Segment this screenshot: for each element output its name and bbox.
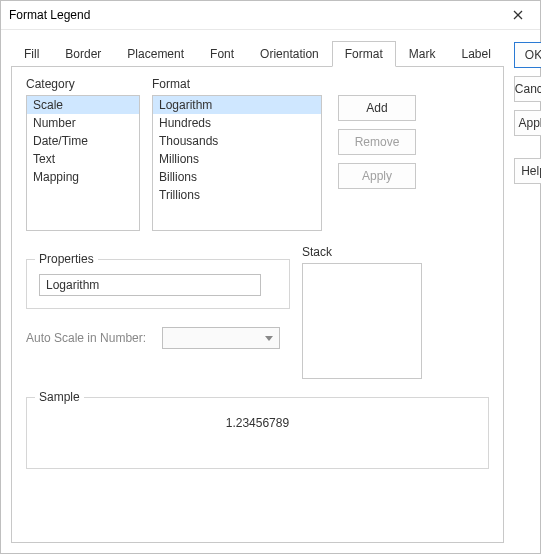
remove-button[interactable]: Remove: [338, 129, 416, 155]
ok-button[interactable]: OK: [514, 42, 541, 68]
tab-fill[interactable]: Fill: [11, 41, 52, 67]
dialog-body: Fill Border Placement Font Orientation F…: [1, 30, 540, 553]
tabstrip: Fill Border Placement Font Orientation F…: [11, 40, 504, 67]
stack-label: Stack: [302, 245, 422, 259]
format-label: Format: [152, 77, 322, 91]
spacer: [514, 144, 541, 150]
tab-border[interactable]: Border: [52, 41, 114, 67]
properties-legend: Properties: [35, 252, 98, 266]
sample-legend: Sample: [35, 390, 84, 404]
list-item[interactable]: Date/Time: [27, 132, 139, 150]
category-column: Category Scale Number Date/Time Text Map…: [26, 77, 140, 231]
list-item[interactable]: Trillions: [153, 186, 321, 204]
titlebar: Format Legend: [1, 1, 540, 30]
properties-fieldset: Properties: [26, 259, 290, 309]
help-button[interactable]: Help: [514, 158, 541, 184]
list-buttons: Add Remove Apply: [338, 77, 416, 231]
list-item[interactable]: Number: [27, 114, 139, 132]
list-item[interactable]: Scale: [27, 96, 139, 114]
apply-list-button[interactable]: Apply: [338, 163, 416, 189]
list-item[interactable]: Billions: [153, 168, 321, 186]
auto-scale-row: Auto Scale in Number:: [26, 327, 290, 349]
mid-row: Properties Auto Scale in Number: Stack: [26, 241, 489, 379]
dialog-window: Format Legend Fill Border Placement Font…: [0, 0, 541, 554]
chevron-down-icon: [265, 336, 273, 341]
category-label: Category: [26, 77, 140, 91]
mid-left: Properties Auto Scale in Number:: [26, 241, 290, 379]
category-listbox[interactable]: Scale Number Date/Time Text Mapping: [26, 95, 140, 231]
close-icon: [513, 10, 523, 20]
list-item[interactable]: Text: [27, 150, 139, 168]
close-button[interactable]: [504, 5, 532, 25]
list-item[interactable]: Logarithm: [153, 96, 321, 114]
side-buttons: OK Cancel Apply Help: [514, 40, 541, 543]
tab-label[interactable]: Label: [448, 41, 503, 67]
tab-format[interactable]: Format: [332, 41, 396, 67]
top-columns: Category Scale Number Date/Time Text Map…: [26, 77, 489, 231]
add-button[interactable]: Add: [338, 95, 416, 121]
auto-scale-label: Auto Scale in Number:: [26, 331, 146, 345]
apply-button[interactable]: Apply: [514, 110, 541, 136]
list-item[interactable]: Thousands: [153, 132, 321, 150]
cancel-button[interactable]: Cancel: [514, 76, 541, 102]
mid-right: Stack: [302, 241, 422, 379]
list-item[interactable]: Hundreds: [153, 114, 321, 132]
properties-input[interactable]: [39, 274, 261, 296]
tab-font[interactable]: Font: [197, 41, 247, 67]
main-column: Fill Border Placement Font Orientation F…: [11, 40, 504, 543]
stack-listbox[interactable]: [302, 263, 422, 379]
format-listbox[interactable]: Logarithm Hundreds Thousands Millions Bi…: [152, 95, 322, 231]
tab-orientation[interactable]: Orientation: [247, 41, 332, 67]
sample-fieldset: Sample 1.23456789: [26, 397, 489, 469]
format-column: Format Logarithm Hundreds Thousands Mill…: [152, 77, 322, 231]
list-item[interactable]: Millions: [153, 150, 321, 168]
auto-scale-combo[interactable]: [162, 327, 280, 349]
tab-mark[interactable]: Mark: [396, 41, 449, 67]
list-item[interactable]: Mapping: [27, 168, 139, 186]
window-title: Format Legend: [9, 8, 90, 22]
sample-value: 1.23456789: [39, 416, 476, 430]
tab-placement[interactable]: Placement: [114, 41, 197, 67]
tabpanel-format: Category Scale Number Date/Time Text Map…: [11, 67, 504, 543]
